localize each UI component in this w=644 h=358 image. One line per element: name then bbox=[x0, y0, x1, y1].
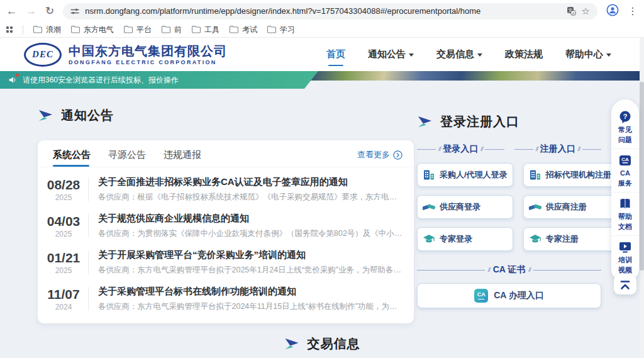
svg-text:?: ? bbox=[623, 113, 628, 120]
bookmark-folder[interactable]: 工具 bbox=[192, 25, 219, 35]
notice-title[interactable]: 关于规范供应商企业规模信息的通知 bbox=[98, 213, 402, 225]
bookmark-folder[interactable]: 前 bbox=[162, 25, 182, 35]
company-name-cn: 中国东方电气集团有限公司 bbox=[69, 44, 227, 58]
back-icon[interactable]: ← bbox=[6, 6, 17, 16]
nav-policy[interactable]: 政策法规 bbox=[505, 48, 543, 60]
notification-dot bbox=[16, 74, 19, 77]
profile-icon[interactable] bbox=[606, 4, 619, 19]
supplier-register-button[interactable]: 供应商注册 bbox=[523, 195, 617, 219]
notice-title[interactable]: 关于开展采购管理平台“竞价采购业务”培训的通知 bbox=[98, 249, 402, 261]
divider bbox=[88, 250, 89, 274]
url-text[interactable]: nsrm.dongfang.com/platform/runtime/epp/d… bbox=[85, 6, 560, 16]
buyer-agent-login-button[interactable]: 采购人/代理人登录 bbox=[417, 163, 513, 187]
folder-icon bbox=[33, 26, 42, 33]
handshake-icon bbox=[529, 201, 541, 213]
video-play-icon bbox=[618, 240, 632, 254]
agency-register-button[interactable]: 招标代理机构注册 bbox=[523, 163, 617, 187]
ca-apply-button[interactable]: CA CA 办理入口 bbox=[417, 283, 601, 308]
view-more-label: 查看更多 bbox=[357, 149, 390, 160]
notice-title[interactable]: 关于采购管理平台标书在线制作功能培训的通知 bbox=[98, 286, 402, 298]
company-name-en: DONGFANG ELECTRIC CORPORATION bbox=[69, 59, 227, 65]
folder-icon bbox=[124, 26, 133, 33]
dec-logo-icon: DEC bbox=[24, 43, 62, 67]
tab-violation-notices[interactable]: 违规通报 bbox=[164, 149, 201, 167]
notice-title[interactable]: 关于全面推进非招标采购业务CA认证及电子签章应用的通知 bbox=[98, 176, 402, 188]
folder-icon bbox=[230, 26, 238, 33]
bookmark-star-icon[interactable]: ☆ bbox=[582, 6, 590, 17]
nav-trade[interactable]: 交易信息 bbox=[436, 48, 482, 60]
expert-register-button[interactable]: 专家注册 bbox=[523, 227, 617, 251]
graduation-cap-icon bbox=[529, 233, 541, 245]
notice-section: 通知公告 系统公告 寻源公告 违规通报 查看更多 08/282025 关于全面推… bbox=[38, 107, 414, 323]
collapse-up-icon bbox=[619, 279, 631, 291]
apps-grid-icon[interactable] bbox=[6, 26, 13, 33]
notice-row[interactable]: 04/032025 关于规范供应商企业规模信息的通知 各供应商：为贯彻落实《保障… bbox=[38, 208, 414, 244]
browser-menu-icon[interactable]: ⋮ bbox=[628, 6, 638, 16]
notice-card: 系统公告 寻源公告 违规通报 查看更多 08/282025 关于全面推进非招标采… bbox=[38, 140, 414, 323]
bookmark-folder[interactable]: 东方电气 bbox=[71, 25, 114, 35]
building-icon bbox=[529, 169, 541, 181]
notice-summary: 各供应商：为贯彻落实《保障中小企业款项支付条例》（国务院令第802号）及《中小企… bbox=[98, 228, 402, 239]
speaker-icon bbox=[8, 76, 17, 84]
help-docs-shortcut[interactable]: 帮助 文档 bbox=[611, 192, 639, 235]
scrollbar-thumb[interactable] bbox=[640, 82, 644, 271]
folder-icon bbox=[267, 26, 276, 33]
notice-row[interactable]: 11/072024 关于采购管理平台标书在线制作功能培训的通知 各供应商：东方电… bbox=[38, 281, 414, 317]
bookmark-folder[interactable]: 浪潮 bbox=[33, 25, 61, 35]
nav-home[interactable]: 首页 bbox=[326, 48, 345, 60]
building-icon bbox=[423, 169, 435, 181]
notice-summary: 各供应商：东方电气采购管理平台拟于2024年11月15日上线“标书在线制作”功能… bbox=[98, 301, 402, 312]
divider bbox=[88, 177, 89, 201]
notice-year: 2024 bbox=[45, 303, 82, 311]
notice-summary: 各供应商：东方电气采购管理平台拟于2025年1月24日上线“竞价采购”业务，为帮… bbox=[98, 265, 402, 276]
back-to-top-button[interactable] bbox=[614, 275, 636, 294]
svg-text:A: A bbox=[572, 11, 574, 15]
folder-icon bbox=[192, 26, 201, 33]
site-settings-icon[interactable] bbox=[70, 7, 79, 16]
circle-arrow-icon bbox=[393, 150, 402, 160]
chevron-down-icon bbox=[409, 53, 414, 57]
browser-toolbar: ← → ↻ nsrm.dongfang.com/platform/runtime… bbox=[0, 0, 644, 22]
faq-shortcut[interactable]: ? 常见 问题 bbox=[611, 106, 639, 148]
notice-row[interactable]: 08/282025 关于全面推进非招标采购业务CA认证及电子签章应用的通知 各供… bbox=[38, 171, 414, 208]
folder-icon bbox=[162, 26, 170, 33]
book-icon bbox=[618, 197, 632, 211]
bookmark-label: 浪潮 bbox=[46, 25, 61, 35]
translate-icon[interactable]: 文A bbox=[567, 6, 576, 16]
bookmark-folder[interactable]: 考试 bbox=[230, 25, 257, 35]
bookmark-label: 学习 bbox=[280, 25, 295, 35]
bookmark-label: 工具 bbox=[204, 25, 219, 35]
bookmark-label: 前 bbox=[174, 25, 182, 35]
nav-notices[interactable]: 通知公告 bbox=[368, 48, 414, 60]
tab-sourcing-notices[interactable]: 寻源公告 bbox=[108, 149, 146, 167]
tab-system-notices[interactable]: 系统公告 bbox=[53, 149, 91, 167]
url-bar[interactable]: nsrm.dongfang.com/platform/runtime/epp/d… bbox=[63, 3, 597, 20]
folder-icon bbox=[71, 26, 80, 33]
trade-section: 交易信息 bbox=[284, 335, 360, 352]
section-arrow-icon bbox=[38, 109, 53, 122]
supplier-login-button[interactable]: 供应商登录 bbox=[417, 195, 513, 219]
graduation-cap-icon bbox=[423, 233, 435, 245]
handshake-icon bbox=[423, 201, 435, 213]
chevron-down-icon bbox=[606, 53, 611, 57]
bookmark-folder[interactable]: 平台 bbox=[124, 25, 152, 35]
svg-text:CA: CA bbox=[621, 157, 629, 162]
expert-login-button[interactable]: 专家登录 bbox=[417, 227, 513, 251]
bookmark-folder[interactable]: 学习 bbox=[267, 25, 295, 35]
ca-group-header: //CA 证书// bbox=[417, 264, 601, 276]
notice-year: 2025 bbox=[45, 230, 82, 238]
bookmark-label: 平台 bbox=[136, 25, 152, 35]
nav-help[interactable]: 帮助中心 bbox=[565, 48, 611, 60]
notice-row[interactable]: 01/212025 关于开展采购管理平台“竞价采购业务”培训的通知 各供应商：东… bbox=[38, 244, 414, 281]
company-logo[interactable]: DEC 中国东方电气集团有限公司 DONGFANG ELECTRIC CORPO… bbox=[24, 43, 227, 67]
section-arrow-icon bbox=[417, 116, 432, 128]
question-bubble-icon: ? bbox=[618, 110, 632, 124]
view-more-link[interactable]: 查看更多 bbox=[357, 149, 402, 160]
reload-icon[interactable]: ↻ bbox=[45, 6, 54, 16]
notice-summary: 各供应商：根据《电子招标投标系统技术规范》《电子采购交易规范》要求，东方电气采购… bbox=[98, 192, 402, 203]
forward-icon[interactable]: → bbox=[26, 6, 36, 16]
bookmarks-bar: 浪潮 东方电气 平台 前 工具 考试 学习 bbox=[0, 22, 644, 38]
training-videos-shortcut[interactable]: 培训 视频 bbox=[611, 235, 639, 279]
ca-service-shortcut[interactable]: CA CA 服务 bbox=[611, 148, 639, 192]
divider bbox=[23, 25, 23, 35]
